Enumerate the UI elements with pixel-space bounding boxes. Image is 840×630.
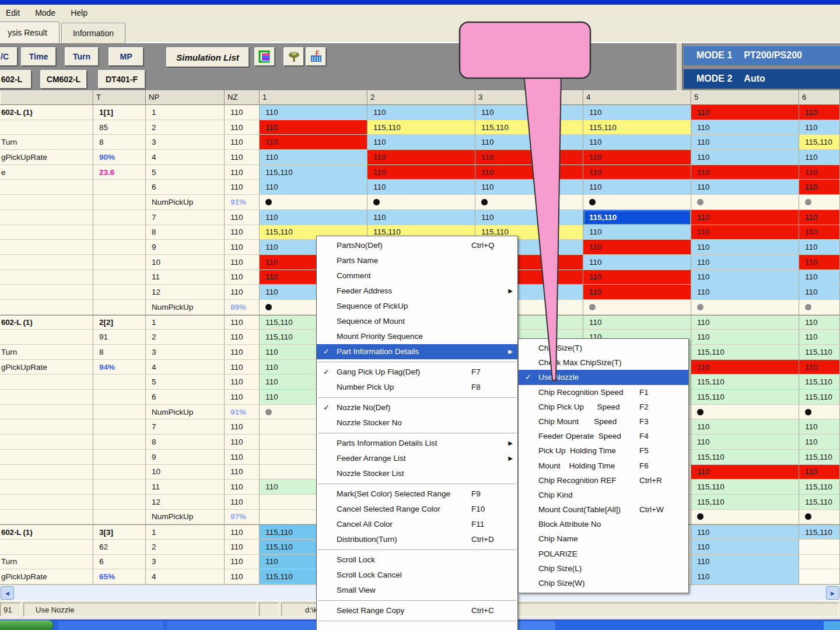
table-cell[interactable]: 115,110 bbox=[799, 450, 840, 465]
menu-item[interactable]: Chip Pick Up SpeedF2 bbox=[519, 400, 688, 414]
simulation-list-button[interactable]: Simulation List bbox=[166, 47, 249, 67]
table-cell[interactable]: 110 bbox=[691, 465, 799, 480]
table-cell[interactable] bbox=[799, 555, 840, 570]
menu-item[interactable]: Chip Mount SpeedF3 bbox=[519, 414, 688, 429]
menu-item[interactable]: Mount Count(Table[All])Ctrl+W bbox=[519, 502, 688, 517]
table-cell[interactable]: 110 bbox=[583, 180, 691, 195]
table-cell[interactable] bbox=[583, 195, 691, 210]
menu-item[interactable]: Parts Information Details List▶ bbox=[317, 436, 517, 451]
taskbar-tray[interactable] bbox=[824, 621, 840, 630]
menu-item[interactable]: Cancel Selected Range ColorF10 bbox=[317, 502, 517, 517]
menu-item[interactable]: Comment bbox=[317, 268, 517, 284]
table-cell[interactable]: 110 bbox=[583, 315, 691, 330]
scroll-left-button[interactable]: ◄ bbox=[1, 586, 14, 600]
menu-item-help[interactable]: Help bbox=[71, 8, 88, 18]
menu-item[interactable]: Feeder Arrange List▶ bbox=[317, 451, 517, 466]
table-cell[interactable]: 110 bbox=[799, 270, 840, 285]
table-cell[interactable]: 110 bbox=[475, 210, 583, 225]
table-cell[interactable] bbox=[691, 300, 799, 315]
menu-item[interactable]: Sequence of Mount bbox=[317, 314, 517, 329]
table-cell[interactable]: 110 bbox=[368, 180, 475, 195]
column-header[interactable]: NP bbox=[146, 90, 225, 105]
column-header[interactable]: 3 bbox=[475, 90, 583, 105]
table-cell[interactable]: 110 bbox=[691, 120, 799, 135]
machine-dt401f-button[interactable]: DT401-F bbox=[98, 70, 145, 89]
menu-item-edit[interactable]: Edit bbox=[6, 8, 20, 18]
table-cell[interactable] bbox=[799, 405, 840, 420]
tab-information[interactable]: Information bbox=[61, 23, 125, 43]
column-header[interactable]: NZ bbox=[225, 90, 260, 105]
menu-item[interactable]: Scroll Lock Cancel bbox=[317, 568, 517, 583]
table-cell[interactable]: 110 bbox=[583, 135, 691, 150]
table-cell[interactable]: 110 bbox=[691, 150, 799, 165]
time-button[interactable]: Time bbox=[21, 47, 56, 66]
table-cell[interactable]: 110 bbox=[583, 165, 691, 180]
table-cell[interactable]: 110 bbox=[691, 180, 799, 195]
menu-item[interactable]: Chip Kind bbox=[519, 488, 688, 502]
table-cell[interactable]: 110 bbox=[583, 240, 691, 255]
table-cell[interactable]: 110 bbox=[368, 135, 475, 150]
menu-item[interactable]: ✓Gang Pick Up Flag(Def)F7 bbox=[317, 365, 517, 380]
column-header[interactable]: 6 bbox=[799, 90, 840, 105]
table-cell[interactable]: 115,110 bbox=[799, 345, 840, 360]
table-cell[interactable]: 110 bbox=[799, 435, 840, 450]
table-cell[interactable]: 110 bbox=[691, 524, 799, 540]
table-cell[interactable]: 110 bbox=[799, 120, 840, 135]
menu-item[interactable]: Pick Up Holding TimeF5 bbox=[519, 443, 688, 458]
table-cell[interactable]: 110 bbox=[260, 180, 368, 195]
tree-view-button[interactable] bbox=[284, 47, 304, 66]
table-cell[interactable]: 115,110 bbox=[799, 374, 840, 390]
table-cell[interactable]: 115,110 bbox=[583, 210, 691, 225]
table-cell[interactable]: 110 bbox=[691, 135, 799, 150]
table-cell[interactable]: 110 bbox=[691, 255, 799, 270]
menu-item[interactable]: ✓Nozzle No(Def) bbox=[317, 400, 517, 415]
table-cell[interactable]: 110 bbox=[799, 240, 840, 255]
menu-item[interactable]: Nozzle Stocker List bbox=[317, 466, 517, 481]
table-cell[interactable] bbox=[799, 540, 840, 555]
table-cell[interactable]: 110 bbox=[799, 165, 840, 180]
menu-item-mode[interactable]: Mode bbox=[35, 8, 55, 18]
table-cell[interactable] bbox=[368, 195, 475, 210]
menu-item[interactable]: Chip Recognition SpeedF1 bbox=[519, 385, 688, 400]
table-cell[interactable]: 110 bbox=[260, 210, 368, 225]
table-cell[interactable] bbox=[691, 405, 799, 420]
menu-item[interactable]: Mount Priority Sequence bbox=[317, 329, 517, 344]
table-cell[interactable]: 115,110 bbox=[799, 480, 840, 495]
table-cell[interactable]: 110 bbox=[691, 555, 799, 570]
menu-item[interactable]: Mark(Set Color) Selected RangeF9 bbox=[317, 487, 517, 502]
table-cell[interactable]: 115,110 bbox=[799, 495, 840, 510]
table-cell[interactable]: 110 bbox=[583, 285, 691, 300]
color-layers-button[interactable] bbox=[254, 47, 275, 66]
machine-602l-button[interactable]: 602-L bbox=[0, 70, 32, 89]
menu-item[interactable]: ✓Use Nozzle bbox=[519, 370, 688, 384]
table-cell[interactable] bbox=[475, 195, 583, 210]
menu-item[interactable]: Cancel All ColorF11 bbox=[317, 517, 517, 532]
machine-cm602l-button[interactable]: CM602-L bbox=[40, 70, 87, 89]
menu-item[interactable]: Feeder Address▶ bbox=[317, 284, 517, 299]
table-cell[interactable]: 110 bbox=[583, 105, 691, 120]
taskbar-button[interactable] bbox=[58, 621, 163, 630]
table-cell[interactable]: 110 bbox=[799, 150, 840, 165]
menu-item[interactable]: Chip Size(W) bbox=[519, 576, 688, 590]
table-cell[interactable]: 110 bbox=[583, 225, 691, 240]
table-cell[interactable]: 115,110 bbox=[799, 390, 840, 405]
table-cell[interactable]: 110 bbox=[799, 210, 840, 225]
mode1-indicator[interactable]: MODE 1 PT200/PS200 bbox=[684, 46, 840, 65]
table-cell[interactable]: 115,110 bbox=[799, 135, 840, 150]
table-cell[interactable]: 110 bbox=[260, 105, 368, 120]
menu-item[interactable]: ✓Part Information Details▶ bbox=[317, 344, 517, 359]
table-cell[interactable]: 115,110 bbox=[583, 120, 691, 135]
start-button[interactable] bbox=[0, 620, 54, 630]
table-cell[interactable]: 115,110 bbox=[691, 480, 799, 495]
table-cell[interactable]: 110 bbox=[691, 165, 799, 180]
table-cell[interactable]: 110 bbox=[691, 285, 799, 300]
table-cell[interactable]: 110 bbox=[691, 569, 799, 584]
table-cell[interactable]: 110 bbox=[260, 135, 368, 150]
table-cell[interactable]: 110 bbox=[799, 105, 840, 120]
table-cell[interactable] bbox=[260, 195, 368, 210]
menu-item[interactable]: Feeder Operate SpeedF4 bbox=[519, 429, 688, 443]
menu-item[interactable]: Block Attribute No bbox=[519, 517, 688, 531]
menu-item[interactable]: Select Range CopyCtrl+C bbox=[317, 603, 517, 618]
table-cell[interactable]: 110 bbox=[799, 330, 840, 345]
table-cell[interactable] bbox=[799, 510, 840, 525]
